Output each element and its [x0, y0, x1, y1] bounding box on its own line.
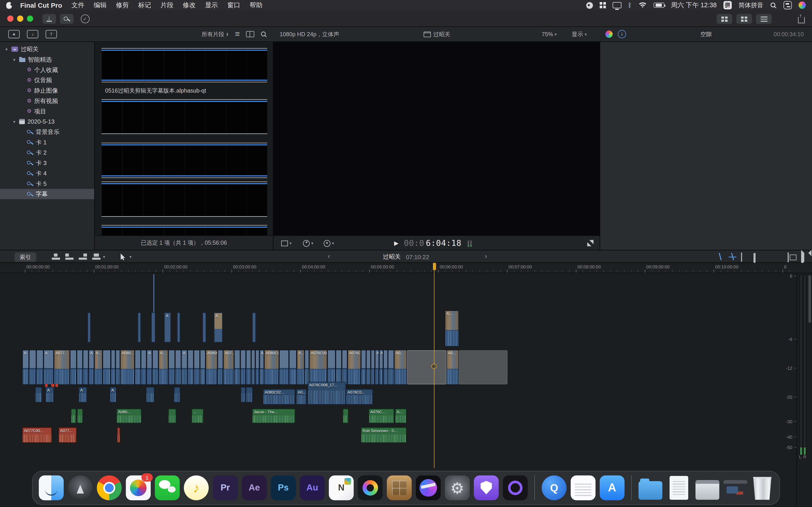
menu-item-片段[interactable]: 片段	[160, 1, 173, 9]
timeline-project-name[interactable]: 过昭关	[383, 253, 401, 261]
dock-chrome[interactable]	[97, 475, 122, 500]
dock-launchpad[interactable]	[68, 475, 93, 500]
video-clip[interactable]: A...	[94, 350, 103, 385]
video-clip[interactable]: A080C0...	[264, 350, 279, 385]
sidebar-item[interactable]: ⚙个人收藏	[0, 65, 94, 75]
video-clip[interactable]	[327, 350, 336, 385]
dock-downloads-folder[interactable]	[639, 481, 662, 500]
video-clip[interactable]	[217, 350, 223, 385]
dock-app-store[interactable]: A	[600, 475, 625, 500]
video-clip[interactable]	[366, 350, 371, 385]
audio-skimming-toggle-button[interactable]	[729, 253, 736, 260]
video-clip[interactable]	[175, 350, 181, 385]
menu-item-窗口[interactable]: 窗口	[227, 1, 240, 9]
video-clip[interactable]	[200, 350, 205, 385]
sidebar-item[interactable]: 卡 1	[0, 137, 94, 148]
wifi-icon[interactable]	[639, 2, 647, 8]
connected-title-clip[interactable]	[203, 313, 206, 343]
dock-media-library[interactable]	[387, 475, 412, 500]
photos-audio-sidebar-button[interactable]: ♪	[27, 30, 38, 39]
video-clip[interactable]: A	[89, 350, 94, 385]
timeline-windows-button[interactable]	[788, 253, 796, 260]
keyword-editor-button[interactable]	[60, 14, 73, 24]
audio-clip[interactable]: A0...	[296, 389, 307, 405]
status-app-icon[interactable]	[586, 2, 593, 9]
audio-clip-red[interactable]	[117, 427, 120, 443]
menu-item-显示[interactable]: 显示	[205, 1, 218, 9]
app-menu-title[interactable]: Final Cut Pro	[20, 1, 62, 9]
menubar-clock[interactable]: 周六 下午 12:38	[671, 1, 717, 9]
menu-item-文件[interactable]: 文件	[71, 1, 84, 9]
crop-menu-button[interactable]: ▾	[281, 236, 292, 250]
viewer-zoom-dropdown[interactable]: 75%▾	[542, 31, 557, 37]
video-clip[interactable]: A080...	[120, 350, 135, 385]
menu-item-帮助[interactable]: 帮助	[249, 1, 262, 9]
dock-audition[interactable]: Au	[300, 475, 325, 500]
video-clip[interactable]	[246, 350, 251, 385]
dock-purple-ring-app[interactable]	[503, 475, 528, 500]
display-icon[interactable]	[612, 2, 621, 8]
menu-item-标记[interactable]: 标记	[138, 1, 151, 9]
list-view-button[interactable]: ≡	[235, 30, 240, 39]
video-clip[interactable]: A0...	[446, 350, 459, 385]
video-clip[interactable]: A	[375, 350, 379, 385]
dock-minimized-window-2[interactable]	[723, 480, 747, 500]
video-clip[interactable]	[279, 350, 289, 385]
show-inspector-button[interactable]	[756, 14, 772, 24]
solo-toggle-button[interactable]	[741, 253, 749, 260]
dock-photoshop[interactable]: Ps	[271, 475, 296, 500]
video-clip[interactable]: A076C...	[348, 350, 361, 385]
video-clip[interactable]: A	[259, 350, 264, 385]
dock-blue-q-app[interactable]: Q	[542, 475, 567, 500]
show-timeline-button[interactable]	[736, 14, 752, 24]
video-clip[interactable]: A	[181, 350, 187, 385]
viewer-display-dropdown[interactable]: 显示▾	[572, 30, 587, 38]
connected-video-clip[interactable]: A...	[445, 310, 459, 346]
gap-clip[interactable]	[407, 350, 447, 384]
audio-clip[interactable]	[146, 387, 155, 403]
sidebar-item[interactable]: ⚙项目	[0, 106, 94, 117]
sidebar-item[interactable]: 字幕	[0, 189, 94, 199]
video-clip[interactable]	[305, 350, 309, 385]
browser-search-button[interactable]	[261, 31, 267, 38]
retime-menu-button[interactable]: ▾	[303, 236, 313, 250]
sidebar-item[interactable]: ▼过昭关	[0, 44, 94, 54]
music-clip[interactable]	[343, 409, 348, 423]
video-clip[interactable]	[115, 350, 120, 385]
audio-clip[interactable]	[246, 387, 253, 403]
battery-icon[interactable]	[653, 2, 664, 8]
dock-notes-app[interactable]	[571, 475, 596, 500]
effects-menu-button[interactable]: ▾	[324, 236, 334, 250]
video-clip[interactable]	[29, 350, 36, 385]
dock-premiere-pro[interactable]: Pr	[213, 475, 238, 500]
media-import-button[interactable]	[42, 14, 56, 24]
input-method-label[interactable]: 简体拼音	[739, 1, 763, 9]
video-clip[interactable]	[77, 350, 83, 385]
dock-document-stack[interactable]	[669, 476, 688, 500]
connected-title-clip[interactable]: A	[164, 313, 171, 343]
video-clip[interactable]	[251, 350, 255, 385]
audio-clip-red[interactable]: A077...	[58, 427, 77, 443]
video-clip[interactable]: A076C008_17...	[309, 350, 327, 385]
dock-trash[interactable]	[752, 476, 773, 500]
dock-notability[interactable]: N	[329, 475, 354, 500]
audio-clip[interactable]: A	[110, 387, 117, 403]
dock-after-effects[interactable]: Ae	[242, 475, 267, 500]
music-clip[interactable]: Rob Simonsen - S...	[361, 427, 406, 443]
video-clip[interactable]	[135, 350, 141, 385]
disclosure-triangle[interactable]: ▼	[12, 120, 17, 123]
connected-title-clip[interactable]	[151, 313, 155, 343]
sidebar-item[interactable]: ⚙仅音频	[0, 75, 94, 85]
audio-clip[interactable]: A080C02...	[263, 389, 295, 405]
filmstrip-view-button[interactable]	[246, 31, 254, 37]
dock-qq-music[interactable]: ♪	[184, 475, 209, 500]
video-clip[interactable]	[141, 350, 147, 385]
zoom-window-button[interactable]	[27, 16, 33, 22]
connected-title-clip[interactable]	[252, 313, 256, 343]
video-clip[interactable]	[70, 350, 77, 385]
dock-finder[interactable]	[39, 475, 64, 500]
video-clip[interactable]: A	[147, 350, 152, 385]
music-clip[interactable]: A...	[395, 409, 406, 423]
menu-item-编辑[interactable]: 编辑	[94, 1, 106, 9]
video-clip[interactable]	[152, 350, 158, 385]
